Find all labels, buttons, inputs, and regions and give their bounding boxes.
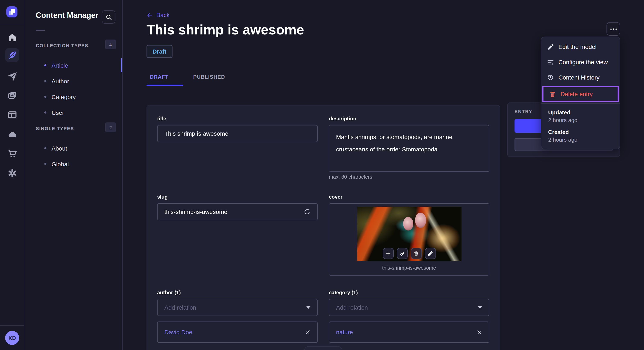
category-placeholder: Add relation [336,304,368,311]
tab-draft[interactable]: DRAFT [146,72,172,82]
paper-plane-icon[interactable] [7,71,18,82]
category-relation-card: nature [329,322,490,343]
content-manager-active-tile[interactable] [5,48,19,62]
active-item-indicator [121,58,122,72]
ellipsis-icon [610,28,612,29]
field-cover: cover [329,194,490,276]
strapi-admin: KD Content Manager COLLECTION TYPES 4 Ar… [0,0,644,350]
menu-item-edit-model[interactable]: Edit the model [541,39,620,54]
more-actions-button[interactable] [606,22,620,36]
strapi-logo-cell[interactable] [0,0,24,24]
tab-published[interactable]: PUBLISHED [190,72,228,82]
single-types-count-badge: 2 [105,123,116,132]
field-title: title This shrimp is awesome [157,116,318,180]
sidebar-item-label: Author [52,78,69,84]
home-icon[interactable] [7,32,18,42]
active-tab-underline [146,85,183,86]
field-description: description Mantis shrimps, or stomatopo… [329,116,490,180]
relation-link-nature[interactable]: nature [336,329,353,336]
updated-value: 2 hours ago [548,117,613,123]
author-label: author (1) [157,290,318,296]
edit-asset-button[interactable] [425,248,436,259]
sidebar-item-global[interactable]: Global [24,156,122,172]
pencil-icon [547,43,554,50]
plus-icon [385,251,391,256]
search-icon [106,14,112,20]
close-icon[interactable] [305,329,310,335]
entry-form-panel: title This shrimp is awesome description… [146,105,500,350]
sidebar-item-user[interactable]: User [24,105,122,120]
sidebar-item-article[interactable]: Article [24,57,122,73]
description-hint: max. 80 characters [329,174,490,180]
link-icon [399,251,405,256]
delete-asset-button[interactable] [410,248,422,259]
subnav-divider-dash [36,30,45,31]
slug-label: slug [157,194,318,200]
copy-link-button[interactable] [396,248,408,259]
slug-value: this-shrimp-is-awesome [164,208,228,215]
created-value: 2 hours ago [548,137,613,143]
title-label: title [157,116,318,122]
cover-filename: this-shrimp-is-awesome [329,265,489,271]
refresh-icon[interactable] [304,208,310,215]
more-actions-menu: Edit the model Configure the view Conten… [541,37,620,149]
bullet-icon [44,96,46,98]
menu-item-label: Delete entry [560,91,593,97]
subnav-title: Content Manager [36,11,98,20]
sidebar-item-label: Global [52,161,69,167]
slug-input[interactable]: this-shrimp-is-awesome [157,203,318,220]
field-slug: slug this-shrimp-is-awesome [157,194,318,276]
chevron-down-icon [306,306,310,309]
sidebar-item-category[interactable]: Category [24,89,122,105]
cloud-icon[interactable] [7,129,18,140]
trash-icon [413,251,419,256]
entry-meta: Updated 2 hours ago Created 2 hours ago [541,104,620,149]
relation-link-david-doe[interactable]: David Doe [164,329,192,336]
back-link[interactable]: Back [146,11,170,18]
author-relation-select[interactable]: Add relation [157,299,318,316]
created-label: Created [548,129,613,135]
menu-item-delete-entry[interactable]: Delete entry [544,87,618,101]
single-types-heading: SINGLE TYPES [36,126,74,131]
menu-item-configure-view[interactable]: Configure the view [541,54,620,70]
chevron-down-icon [478,306,482,309]
cart-icon[interactable] [7,149,18,159]
layout-icon[interactable] [7,110,18,120]
close-icon[interactable] [476,329,482,335]
status-badge: Draft [146,45,172,58]
content-manager-subnav: Content Manager COLLECTION TYPES 4 Artic… [24,0,123,350]
arrow-left-icon [146,12,153,18]
user-avatar[interactable]: KD [5,331,19,345]
media-images-icon[interactable] [7,91,18,101]
feather-icon [7,50,17,60]
sidebar-item-about[interactable]: About [24,140,122,156]
sidebar-item-label: Article [52,62,68,69]
add-asset-button[interactable] [382,248,394,259]
search-button[interactable] [102,10,116,24]
add-component-pill[interactable] [304,346,342,350]
sidebar-item-label: About [52,145,67,152]
cover-actions [382,248,436,259]
category-relation-select[interactable]: Add relation [329,299,490,316]
field-author: author (1) Add relation David Doe [157,290,318,343]
menu-item-label: Edit the model [558,43,596,50]
gear-icon[interactable] [7,168,18,178]
author-placeholder: Add relation [164,304,196,311]
menu-item-label: Content History [558,74,600,81]
shrimp-eye [415,213,426,228]
description-textarea[interactable]: Mantis shrimps, or stomatopods, are mari… [329,125,490,172]
delete-entry-highlight: Delete entry [542,86,619,102]
cover-asset-card[interactable]: this-shrimp-is-awesome [329,203,490,276]
collection-types-count-badge: 4 [105,39,116,49]
back-label: Back [156,11,170,18]
bullet-icon [44,111,46,114]
menu-item-content-history[interactable]: Content History [541,70,620,85]
nav-rail: KD [0,0,24,350]
page-title: This shrimp is awesome [146,22,304,38]
bullet-icon [44,147,46,149]
status-tabs: DRAFT PUBLISHED [146,72,228,82]
bullet-icon [44,80,46,82]
sidebar-item-author[interactable]: Author [24,73,122,89]
title-input[interactable]: This shrimp is awesome [157,125,318,142]
cover-label: cover [329,194,490,200]
